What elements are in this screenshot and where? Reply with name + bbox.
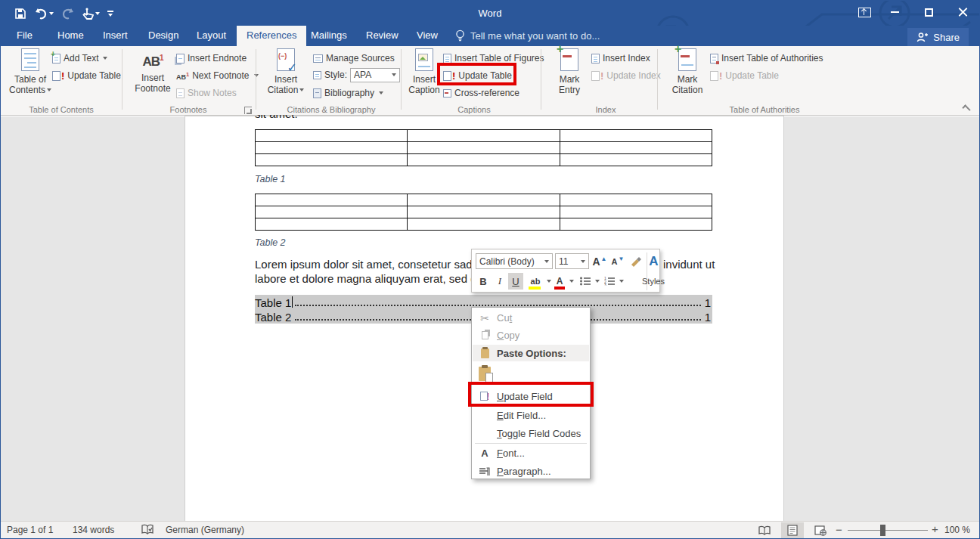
insert-endnote-button[interactable]: Insert Endnote <box>176 51 247 66</box>
styles-button[interactable]: A <box>648 252 659 271</box>
bullets-caret[interactable] <box>593 273 600 290</box>
mark-citation-button[interactable]: + Mark Citation <box>666 48 709 95</box>
menu-item-paragraph[interactable]: Paragraph... <box>473 463 589 480</box>
tab-view[interactable]: View <box>407 26 448 46</box>
read-mode-button[interactable] <box>753 522 776 538</box>
font-color-button[interactable]: A <box>552 273 567 290</box>
update-index-icon <box>591 71 600 81</box>
menu-item-update-field[interactable]: ! Update Field <box>473 386 589 406</box>
document-table-1[interactable] <box>255 129 712 166</box>
next-footnote-button[interactable]: AB1 Next Footnote <box>176 68 259 83</box>
menu-item-edit-field[interactable]: Edit Field... <box>473 407 589 424</box>
grow-font-button[interactable]: A▲ <box>591 253 608 270</box>
tab-review[interactable]: Review <box>356 26 408 46</box>
bibliography-button[interactable]: Bibliography <box>313 85 383 101</box>
text-cursor <box>292 296 293 308</box>
numbering-button[interactable]: 123 <box>602 273 617 290</box>
ribbon-tab-row: File Home Insert Design Layout Reference… <box>1 26 979 46</box>
table-of-contents-button[interactable]: Table of Contents <box>8 48 52 95</box>
add-text-button[interactable]: + Add Text <box>52 51 107 66</box>
cut-icon: ✂ <box>473 312 497 324</box>
citation-style-select[interactable]: APA <box>350 68 400 82</box>
insert-citation-button[interactable]: (−) ✓ Insert Citation <box>263 48 309 95</box>
zoom-level[interactable]: 100 % <box>944 525 970 535</box>
numbering-icon: 123 <box>604 277 615 286</box>
tab-file[interactable]: File <box>7 26 42 46</box>
insert-table-of-figures-icon <box>443 54 451 64</box>
tell-me-box[interactable]: Tell me what you want to do... <box>455 26 600 46</box>
update-table-icon <box>443 71 451 81</box>
paragraph-line1-right[interactable]: invidunt ut <box>663 258 715 271</box>
underline-button-active[interactable]: U <box>508 273 523 290</box>
share-button[interactable]: Share <box>907 28 969 46</box>
font-size-combo[interactable]: 11 <box>555 253 589 269</box>
table-2-caption[interactable]: Table 2 <box>255 237 286 248</box>
text-highlight-button[interactable]: ab <box>526 273 544 290</box>
group-label-footnotes: Footnotes <box>170 105 207 114</box>
context-menu: ✂ Cut Copy Paste Options: <box>471 307 591 479</box>
numbering-caret[interactable] <box>617 273 625 290</box>
zoom-in-button[interactable]: + <box>932 522 938 535</box>
word-count[interactable]: 134 words <box>73 525 114 535</box>
document-area[interactable]: sit amet. Table 1 Table 2 Lorem ipsum do… <box>1 116 979 521</box>
insert-caption-icon <box>415 48 433 71</box>
proofing-status-icon[interactable] <box>141 524 154 536</box>
insert-caption-button[interactable]: Insert Caption <box>406 48 442 95</box>
cross-reference-button[interactable]: Cross-reference <box>443 85 519 101</box>
insert-footnote-button[interactable]: AB1 Insert Footnote <box>131 48 175 94</box>
text-highlight-caret[interactable] <box>544 273 552 290</box>
toc-dot-leader <box>295 305 700 306</box>
tell-me-label: Tell me what you want to do... <box>470 30 600 42</box>
paste-option-icon <box>479 367 491 381</box>
zoom-out-button[interactable]: − <box>836 523 842 536</box>
style-icon <box>313 71 321 79</box>
insert-index-button[interactable]: Insert Index <box>591 51 650 66</box>
print-layout-button[interactable] <box>781 522 804 538</box>
tab-layout[interactable]: Layout <box>187 26 236 46</box>
menu-item-paste-options: Paste Options: <box>473 345 589 361</box>
menu-separator <box>475 443 587 444</box>
toc-entry-page: 1 <box>705 311 712 324</box>
style-row: Style: APA <box>313 67 400 82</box>
share-person-icon <box>916 32 928 43</box>
format-painter-button[interactable] <box>628 253 644 270</box>
tab-insert[interactable]: Insert <box>93 26 138 46</box>
insert-table-of-authorities-button[interactable]: Insert Table of Authorities <box>710 51 823 66</box>
language-indicator[interactable]: German (Germany) <box>166 525 244 535</box>
footnotes-dialog-launcher[interactable] <box>244 107 252 114</box>
font-color-caret[interactable] <box>567 273 575 290</box>
shrink-font-button[interactable]: A▼ <box>609 253 626 270</box>
bullets-button[interactable] <box>578 273 593 290</box>
zoom-slider-track[interactable] <box>848 530 928 531</box>
table-1-caption[interactable]: Table 1 <box>255 174 286 184</box>
paragraph-line2-left[interactable]: labore et dolore magna aliquyam erat, se… <box>255 272 495 285</box>
bold-button[interactable]: B <box>476 273 491 290</box>
ribbon-display-options-button[interactable] <box>848 1 881 23</box>
menu-item-toggle-field-codes[interactable]: Toggle Field Codes <box>473 425 589 442</box>
paste-option-keep-text[interactable] <box>473 362 589 385</box>
manage-sources-button[interactable]: Manage Sources <box>313 51 395 66</box>
maximize-button[interactable] <box>912 1 945 23</box>
tab-home[interactable]: Home <box>48 26 94 46</box>
font-name-combo[interactable]: Calibri (Body) <box>476 253 553 269</box>
paragraph-line1-left[interactable]: Lorem ipsum dolor sit amet, consetetur s… <box>255 258 495 271</box>
tab-design[interactable]: Design <box>138 26 188 46</box>
insert-table-of-figures-button[interactable]: Insert Table of Figures <box>443 51 544 66</box>
minimize-button[interactable] <box>878 1 911 23</box>
web-layout-button[interactable] <box>809 522 832 538</box>
italic-button[interactable]: I <box>493 273 507 290</box>
update-table-captions-button[interactable]: ! Update Table <box>443 68 512 83</box>
toc-entry-label: Table 1 <box>255 296 291 309</box>
group-separator <box>541 49 541 110</box>
document-table-2[interactable] <box>255 194 712 231</box>
mark-entry-button[interactable]: + Mark Entry <box>550 48 588 95</box>
tab-references[interactable]: References <box>237 26 306 46</box>
page-indicator[interactable]: Page 1 of 1 <box>7 525 53 535</box>
update-table-toc-button[interactable]: ! Update Table <box>52 68 121 83</box>
update-field-icon: ! <box>473 392 497 401</box>
zoom-slider-thumb[interactable] <box>880 525 885 536</box>
close-button[interactable] <box>946 1 979 23</box>
menu-item-font[interactable]: A Font... <box>473 445 589 462</box>
tab-mailings[interactable]: Mailings <box>301 26 357 46</box>
collapse-ribbon-chevron[interactable] <box>962 104 970 113</box>
